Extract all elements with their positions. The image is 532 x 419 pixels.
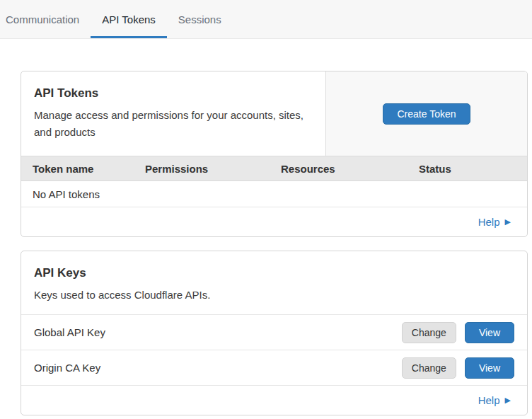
column-header-status: Status xyxy=(419,163,527,175)
origin-ca-key-view-button[interactable]: View xyxy=(465,357,514,379)
column-header-token-name: Token name xyxy=(33,163,145,175)
origin-ca-key-change-button[interactable]: Change xyxy=(402,357,456,379)
api-tokens-help-link[interactable]: Help ▶ xyxy=(478,216,511,228)
global-api-key-row: Global API Key Change View xyxy=(21,314,527,350)
help-arrow-icon: ▶ xyxy=(505,396,511,404)
api-tokens-card: API Tokens Manage access and permissions… xyxy=(21,71,528,237)
tab-bar: Communication API Tokens Sessions xyxy=(0,0,532,39)
api-tokens-header-action-area: Create Token xyxy=(326,71,527,156)
origin-ca-key-row: Origin CA Key Change View xyxy=(21,350,527,385)
column-header-resources: Resources xyxy=(281,163,419,175)
create-token-button[interactable]: Create Token xyxy=(383,103,470,125)
api-keys-header: API Keys Keys used to access Cloudflare … xyxy=(21,251,527,314)
global-api-key-change-button[interactable]: Change xyxy=(402,322,456,343)
column-header-permissions: Permissions xyxy=(145,163,281,175)
global-api-key-label: Global API Key xyxy=(34,326,105,338)
help-label: Help xyxy=(478,216,500,228)
api-keys-footer: Help ▶ xyxy=(21,385,527,415)
origin-ca-key-label: Origin CA Key xyxy=(34,362,100,374)
tab-communication[interactable]: Communication xyxy=(6,0,91,38)
api-tokens-footer: Help ▶ xyxy=(21,207,527,236)
api-tokens-description: Manage access and permissions for your a… xyxy=(34,107,313,141)
global-api-key-actions: Change View xyxy=(402,322,514,343)
help-label: Help xyxy=(478,394,500,406)
api-keys-help-link[interactable]: Help ▶ xyxy=(478,394,511,406)
help-arrow-icon: ▶ xyxy=(505,218,511,226)
api-keys-title: API Keys xyxy=(34,266,514,280)
origin-ca-key-actions: Change View xyxy=(402,357,514,379)
tab-api-tokens[interactable]: API Tokens xyxy=(91,0,167,38)
tokens-empty-row: No API tokens xyxy=(21,181,527,207)
api-keys-card: API Keys Keys used to access Cloudflare … xyxy=(21,251,528,415)
global-api-key-view-button[interactable]: View xyxy=(465,322,514,343)
tab-sessions[interactable]: Sessions xyxy=(167,0,233,38)
tokens-empty-message: No API tokens xyxy=(33,188,100,200)
api-tokens-header: API Tokens Manage access and permissions… xyxy=(21,71,527,156)
api-tokens-title: API Tokens xyxy=(34,86,313,101)
api-tokens-header-text: API Tokens Manage access and permissions… xyxy=(21,71,326,156)
tokens-table-header: Token name Permissions Resources Status xyxy=(21,156,527,181)
api-keys-description: Keys used to access Cloudflare APIs. xyxy=(34,287,514,304)
